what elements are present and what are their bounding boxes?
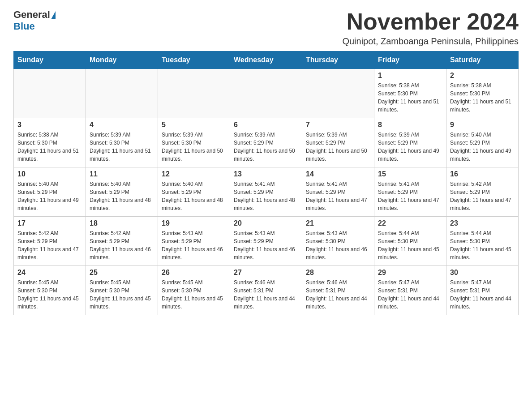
subtitle: Quinipot, Zamboanga Peninsula, Philippin… [342,36,519,47]
day-number: 4 [90,121,154,129]
calendar-cell: 10Sunrise: 5:40 AM Sunset: 5:29 PM Dayli… [14,167,86,217]
day-number: 10 [17,170,82,178]
calendar-cell: 12Sunrise: 5:40 AM Sunset: 5:29 PM Dayli… [158,167,230,217]
day-info: Sunrise: 5:44 AM Sunset: 5:30 PM Dayligh… [378,229,442,261]
calendar-cell: 15Sunrise: 5:41 AM Sunset: 5:29 PM Dayli… [374,167,446,217]
day-number: 29 [378,269,442,277]
day-info: Sunrise: 5:39 AM Sunset: 5:30 PM Dayligh… [162,131,226,163]
day-number: 18 [90,219,154,227]
day-number: 30 [450,269,515,277]
day-number: 23 [450,219,515,227]
day-info: Sunrise: 5:40 AM Sunset: 5:29 PM Dayligh… [450,131,515,163]
calendar-header-friday: Friday [374,51,446,69]
day-number: 9 [450,121,515,129]
week-row-4: 17Sunrise: 5:42 AM Sunset: 5:29 PM Dayli… [14,217,519,266]
calendar-cell: 18Sunrise: 5:42 AM Sunset: 5:29 PM Dayli… [86,217,158,266]
calendar-header-row: SundayMondayTuesdayWednesdayThursdayFrid… [14,51,519,69]
calendar-cell: 5Sunrise: 5:39 AM Sunset: 5:30 PM Daylig… [158,118,230,167]
day-info: Sunrise: 5:45 AM Sunset: 5:30 PM Dayligh… [162,278,226,311]
calendar-cell: 24Sunrise: 5:45 AM Sunset: 5:30 PM Dayli… [14,266,86,315]
calendar-cell [14,69,86,118]
day-info: Sunrise: 5:38 AM Sunset: 5:30 PM Dayligh… [17,131,82,163]
day-info: Sunrise: 5:42 AM Sunset: 5:29 PM Dayligh… [17,229,82,261]
title-section: November 2024 Quinipot, Zamboanga Penins… [342,9,519,47]
calendar-cell [86,69,158,118]
calendar-cell: 30Sunrise: 5:47 AM Sunset: 5:31 PM Dayli… [446,266,519,315]
calendar-cell [158,69,230,118]
day-info: Sunrise: 5:39 AM Sunset: 5:29 PM Dayligh… [234,131,298,163]
day-number: 20 [234,219,298,227]
day-info: Sunrise: 5:39 AM Sunset: 5:29 PM Dayligh… [378,131,442,163]
calendar-cell: 17Sunrise: 5:42 AM Sunset: 5:29 PM Dayli… [14,217,86,266]
calendar-cell: 13Sunrise: 5:41 AM Sunset: 5:29 PM Dayli… [230,167,302,217]
day-number: 14 [306,170,370,178]
day-info: Sunrise: 5:47 AM Sunset: 5:31 PM Dayligh… [450,278,515,311]
page-header: General Blue November 2024 Quinipot, Zam… [13,9,519,47]
day-info: Sunrise: 5:39 AM Sunset: 5:29 PM Dayligh… [306,131,370,163]
week-row-1: 1Sunrise: 5:38 AM Sunset: 5:30 PM Daylig… [14,69,519,118]
logo: General Blue [13,9,56,32]
calendar-header-sunday: Sunday [14,51,86,69]
day-info: Sunrise: 5:45 AM Sunset: 5:30 PM Dayligh… [90,278,154,311]
day-info: Sunrise: 5:46 AM Sunset: 5:31 PM Dayligh… [234,278,298,311]
day-number: 26 [162,269,226,277]
calendar-cell: 28Sunrise: 5:46 AM Sunset: 5:31 PM Dayli… [302,266,374,315]
calendar-cell: 23Sunrise: 5:44 AM Sunset: 5:30 PM Dayli… [446,217,519,266]
calendar-cell: 27Sunrise: 5:46 AM Sunset: 5:31 PM Dayli… [230,266,302,315]
day-number: 22 [378,219,442,227]
calendar-cell: 3Sunrise: 5:38 AM Sunset: 5:30 PM Daylig… [14,118,86,167]
calendar-cell: 22Sunrise: 5:44 AM Sunset: 5:30 PM Dayli… [374,217,446,266]
day-number: 8 [378,121,442,129]
calendar-cell: 16Sunrise: 5:42 AM Sunset: 5:29 PM Dayli… [446,167,519,217]
day-number: 12 [162,170,226,178]
calendar-cell: 14Sunrise: 5:41 AM Sunset: 5:29 PM Dayli… [302,167,374,217]
calendar-cell: 11Sunrise: 5:40 AM Sunset: 5:29 PM Dayli… [86,167,158,217]
calendar-cell: 4Sunrise: 5:39 AM Sunset: 5:30 PM Daylig… [86,118,158,167]
logo-blue-text: Blue [13,21,35,32]
day-info: Sunrise: 5:47 AM Sunset: 5:31 PM Dayligh… [378,278,442,311]
day-info: Sunrise: 5:40 AM Sunset: 5:29 PM Dayligh… [17,180,82,212]
day-number: 27 [234,269,298,277]
day-info: Sunrise: 5:42 AM Sunset: 5:29 PM Dayligh… [90,229,154,261]
day-number: 7 [306,121,370,129]
day-info: Sunrise: 5:44 AM Sunset: 5:30 PM Dayligh… [450,229,515,261]
day-number: 6 [234,121,298,129]
calendar-cell: 21Sunrise: 5:43 AM Sunset: 5:30 PM Dayli… [302,217,374,266]
week-row-5: 24Sunrise: 5:45 AM Sunset: 5:30 PM Dayli… [14,266,519,315]
calendar-header-wednesday: Wednesday [230,51,302,69]
day-number: 24 [17,269,82,277]
day-info: Sunrise: 5:43 AM Sunset: 5:29 PM Dayligh… [234,229,298,261]
day-number: 19 [162,219,226,227]
calendar-cell: 8Sunrise: 5:39 AM Sunset: 5:29 PM Daylig… [374,118,446,167]
day-number: 16 [450,170,515,178]
day-info: Sunrise: 5:42 AM Sunset: 5:29 PM Dayligh… [450,180,515,212]
calendar-cell: 1Sunrise: 5:38 AM Sunset: 5:30 PM Daylig… [374,69,446,118]
day-info: Sunrise: 5:43 AM Sunset: 5:30 PM Dayligh… [306,229,370,261]
day-number: 13 [234,170,298,178]
calendar-cell: 9Sunrise: 5:40 AM Sunset: 5:29 PM Daylig… [446,118,519,167]
calendar-cell [230,69,302,118]
day-number: 1 [378,72,442,80]
day-number: 5 [162,121,226,129]
day-number: 28 [306,269,370,277]
calendar-header-thursday: Thursday [302,51,374,69]
calendar-cell: 26Sunrise: 5:45 AM Sunset: 5:30 PM Dayli… [158,266,230,315]
calendar-cell: 6Sunrise: 5:39 AM Sunset: 5:29 PM Daylig… [230,118,302,167]
calendar-cell: 19Sunrise: 5:43 AM Sunset: 5:29 PM Dayli… [158,217,230,266]
logo-general-text: General [13,9,50,21]
calendar-cell: 25Sunrise: 5:45 AM Sunset: 5:30 PM Dayli… [86,266,158,315]
calendar-header-saturday: Saturday [446,51,519,69]
day-info: Sunrise: 5:41 AM Sunset: 5:29 PM Dayligh… [378,180,442,212]
day-number: 25 [90,269,154,277]
week-row-3: 10Sunrise: 5:40 AM Sunset: 5:29 PM Dayli… [14,167,519,217]
month-title: November 2024 [342,9,519,34]
day-info: Sunrise: 5:38 AM Sunset: 5:30 PM Dayligh… [450,81,515,114]
day-info: Sunrise: 5:40 AM Sunset: 5:29 PM Dayligh… [162,180,226,212]
day-info: Sunrise: 5:41 AM Sunset: 5:29 PM Dayligh… [234,180,298,212]
calendar-header-monday: Monday [86,51,158,69]
day-info: Sunrise: 5:40 AM Sunset: 5:29 PM Dayligh… [90,180,154,212]
day-info: Sunrise: 5:46 AM Sunset: 5:31 PM Dayligh… [306,278,370,311]
day-number: 21 [306,219,370,227]
day-info: Sunrise: 5:45 AM Sunset: 5:30 PM Dayligh… [17,278,82,311]
day-number: 17 [17,219,82,227]
